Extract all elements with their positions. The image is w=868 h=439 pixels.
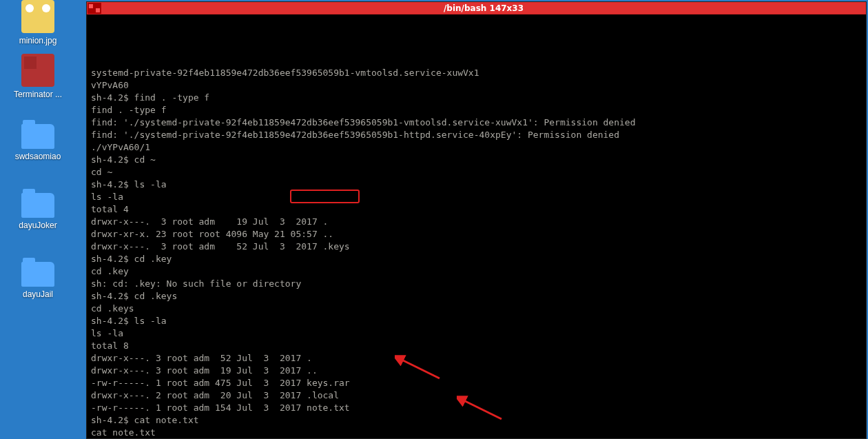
terminal-line: find: './systemd-private-92f4eb11859e472… xyxy=(91,116,862,129)
terminal-line: drwxr-x---. 3 root adm 19 Jul 3 2017 .. xyxy=(91,365,862,377)
folder-icon xyxy=(21,124,54,149)
terminal-line: vYPvA60 xyxy=(91,79,862,92)
terminal-app-icon xyxy=(21,54,54,87)
terminal-line: sh-4.2$ find . -type f xyxy=(91,92,862,104)
terminal-line: drwxr-x---. 3 root adm 19 Jul 3 2017 . xyxy=(91,216,862,228)
terminal-line: cd ~ xyxy=(91,166,862,178)
terminal-line: drwxr-xr-x. 23 root root 4096 May 21 05:… xyxy=(91,228,862,241)
terminal-line: drwxr-x---. 3 root adm 52 Jul 3 2017 .ke… xyxy=(91,241,862,253)
folder-icon xyxy=(21,193,54,218)
desktop-icon-label: Terminator ... xyxy=(3,90,72,99)
terminal-line: -rw-r-----. 1 root adm 475 Jul 3 2017 ke… xyxy=(91,377,862,389)
terminal-line: ls -la xyxy=(91,191,862,203)
desktop-icon-minion[interactable]: minion.jpg xyxy=(3,0,72,45)
desktop-icon-swdsaomiao[interactable]: swdsaomiao xyxy=(3,120,72,161)
terminal-line: total 4 xyxy=(91,203,862,216)
terminal-window[interactable]: /bin/bash 147x33 systemd-private-92f4eb1… xyxy=(86,1,867,439)
desktop-icon-label: swdsaomiao xyxy=(3,152,72,161)
terminal-line: cd .keys xyxy=(91,303,862,315)
terminal-line: systemd-private-92f4eb11859e472db36eef53… xyxy=(91,67,862,79)
terminal-line: sh: cd: .key: No such file or directory xyxy=(91,278,862,290)
terminal-line: drwxr-x---. 3 root adm 52 Jul 3 2017 . xyxy=(91,352,862,365)
terminal-line: ls -la xyxy=(91,327,862,340)
terminal-line: cd .key xyxy=(91,265,862,278)
terminal-line: ./vYPvA60/1 xyxy=(91,141,862,154)
desktop-icon-terminator[interactable]: Terminator ... xyxy=(3,54,72,99)
terminal-line: drwxr-x---. 2 root adm 20 Jul 3 2017 .lo… xyxy=(91,389,862,402)
terminal-line: sh-4.2$ ls -la xyxy=(91,178,862,191)
image-file-icon xyxy=(21,0,54,33)
terminal-line: sh-4.2$ cd .key xyxy=(91,253,862,265)
terminal-line: sh-4.2$ cat note.txt xyxy=(91,414,862,427)
terminal-line: find: './systemd-private-92f4eb11859e472… xyxy=(91,129,862,141)
terminal-line: sh-4.2$ ls -la xyxy=(91,315,862,327)
desktop-icon-label: minion.jpg xyxy=(3,36,72,45)
titlebar[interactable]: /bin/bash 147x33 xyxy=(87,2,866,14)
terminal-line: cat note.txt xyxy=(91,427,862,438)
desktop-icon-label: dayuJoker xyxy=(3,221,72,230)
terminal-line: sh-4.2$ cd .keys xyxy=(91,290,862,303)
folder-icon xyxy=(21,262,54,287)
desktop-area: minion.jpg Terminator ... swdsaomiao day… xyxy=(0,0,76,439)
window-title: /bin/bash 147x33 xyxy=(101,3,866,13)
terminal-line: sh-4.2$ cd ~ xyxy=(91,154,862,166)
terminal-line: find . -type f xyxy=(91,104,862,116)
desktop-icon-dayujoker[interactable]: dayuJoker xyxy=(3,189,72,230)
desktop-icon-label: dayuJail xyxy=(3,289,72,299)
system-menu-icon[interactable] xyxy=(87,3,101,14)
terminal-line: total 8 xyxy=(91,340,862,352)
terminal-line: -rw-r-----. 1 root adm 154 Jul 3 2017 no… xyxy=(91,402,862,414)
desktop-icon-dayujail[interactable]: dayuJail xyxy=(3,258,72,299)
terminal-output[interactable]: systemd-private-92f4eb11859e472db36eef53… xyxy=(87,14,866,438)
